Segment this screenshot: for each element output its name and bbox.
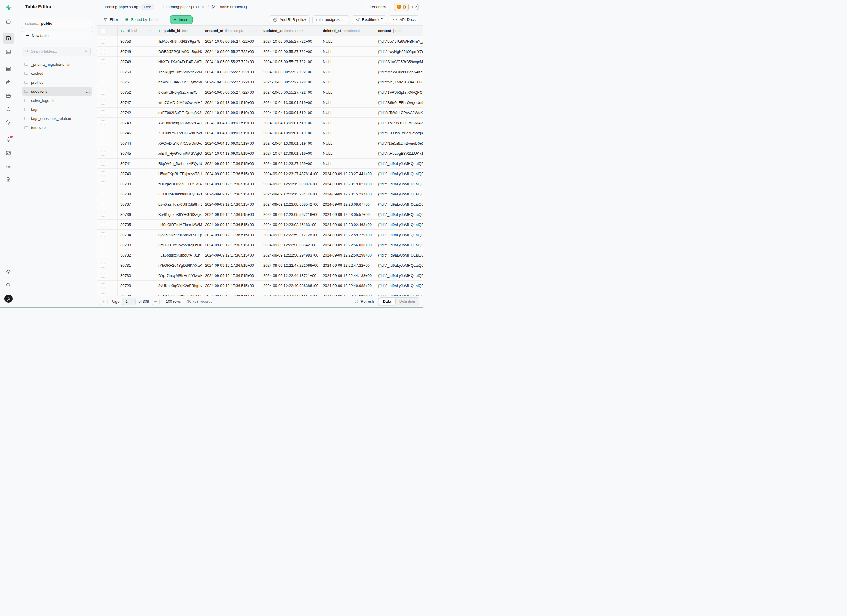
cell-content[interactable]: {"id":"fvrQ1bXoJ6XaAD08G bbox=[375, 77, 424, 87]
cell-created-at[interactable]: 2024-09-09 12:17:36.515+00 bbox=[202, 271, 260, 280]
cell-updated-at[interactable]: 2024-09-09 12:23:15.234146+00 bbox=[260, 189, 320, 199]
page-size-button[interactable]: 100 rows bbox=[162, 298, 184, 305]
row-checkbox[interactable] bbox=[100, 243, 105, 247]
cell-public-id[interactable]: H5uqFKpRUTPkjxdysT3HS bbox=[155, 169, 202, 178]
chevron-down-icon[interactable] bbox=[148, 29, 152, 33]
cell-deleted-at[interactable]: NULL bbox=[320, 57, 375, 66]
sidebar-table-item[interactable]: template bbox=[22, 123, 92, 132]
column-header[interactable]: created_at timestamptz bbox=[202, 26, 260, 36]
cell-public-id[interactable]: DYp-7mcyMSIrHefLYIwwH bbox=[155, 271, 202, 280]
row-checkbox[interactable] bbox=[100, 232, 105, 237]
cell-updated-at[interactable]: 2024-10-04 13:09:01.519+00 bbox=[260, 128, 320, 138]
cell-id[interactable]: 30734 bbox=[118, 230, 155, 240]
cell-deleted-at[interactable]: 2024-09-09 12:22:59.279+00 bbox=[320, 230, 375, 240]
cell-id[interactable]: 30738 bbox=[118, 189, 155, 199]
cell-id[interactable]: 30731 bbox=[118, 260, 155, 270]
cell-updated-at[interactable]: 2024-09-09 12:23:02.46183+00 bbox=[260, 220, 320, 230]
cell-content[interactable]: {"id":"_Id9aLyJpMHQLaiQ0 bbox=[375, 199, 424, 209]
cell-public-id[interactable]: 0L5BAfDaLDl5rQOiqeKPO bbox=[155, 291, 202, 296]
cell-public-id[interactable]: RiqOV6p_5wihLeIAEQyhU bbox=[155, 159, 202, 168]
row-checkbox[interactable] bbox=[100, 110, 105, 115]
cell-created-at[interactable]: 2024-10-05 00:55:27.722+00 bbox=[202, 47, 260, 56]
cell-updated-at[interactable]: 2024-10-05 00:55:27.722+00 bbox=[260, 77, 320, 87]
cell-id[interactable]: 30745 bbox=[118, 148, 155, 158]
sidebar-table-item[interactable]: _prisma_migrations bbox=[22, 60, 92, 69]
cell-created-at[interactable]: 2024-09-09 12:17:36.515+00 bbox=[202, 281, 260, 290]
cell-deleted-at[interactable]: NULL bbox=[320, 138, 375, 148]
row-checkbox[interactable] bbox=[100, 283, 105, 288]
cell-created-at[interactable]: 2024-09-09 12:17:36.515+00 bbox=[202, 189, 260, 199]
cell-public-id[interactable]: zHDq4c0F0VBF_TL2_dBZ1 bbox=[155, 179, 202, 189]
auth-icon[interactable] bbox=[3, 77, 14, 88]
cell-content[interactable]: {"id":"_Id9aLyJpMHQLaiQ0 bbox=[375, 250, 424, 260]
realtime-icon[interactable] bbox=[3, 117, 14, 128]
cell-updated-at[interactable]: 2024-10-04 13:09:01.519+00 bbox=[260, 138, 320, 148]
cell-deleted-at[interactable]: NULL bbox=[320, 118, 375, 128]
cell-content[interactable]: {"id":"_Id9aLyJpMHQLaiQ0 bbox=[375, 189, 424, 199]
column-header[interactable]: updated_at timestamptz bbox=[260, 26, 320, 36]
tab-data[interactable]: Data bbox=[379, 298, 395, 305]
cell-id[interactable]: 30728 bbox=[118, 291, 155, 296]
cell-public-id[interactable]: nbMhHL3AP7OcCJymc2wT2 bbox=[155, 77, 202, 87]
cell-updated-at[interactable]: 2024-09-09 12:22:47.221066+00 bbox=[260, 260, 320, 270]
cell-public-id[interactable]: 8KraI-tSI-6-pSZcknaK5 bbox=[155, 87, 202, 97]
cell-id[interactable]: 30737 bbox=[118, 199, 155, 209]
cell-created-at[interactable]: 2024-09-09 12:17:36.515+00 bbox=[202, 169, 260, 178]
row-checkbox[interactable] bbox=[100, 59, 105, 64]
row-checkbox[interactable] bbox=[100, 212, 105, 217]
row-checkbox[interactable] bbox=[100, 151, 105, 156]
cell-deleted-at[interactable]: NULL bbox=[320, 47, 375, 56]
cell-content[interactable]: {"id":"_Id9aLyJpMHQLaiQ0 bbox=[375, 281, 424, 290]
cell-public-id[interactable]: rYbORF2e4YgDt9fKAXaKn bbox=[155, 260, 202, 270]
cell-id[interactable]: 30742 bbox=[118, 108, 155, 118]
breadcrumb-project[interactable]: farming-paper-prod bbox=[167, 4, 199, 9]
cell-deleted-at[interactable]: 2024-09-09 12:23:08.67+00 bbox=[320, 199, 375, 209]
column-header[interactable]: id int8 bbox=[118, 26, 155, 36]
cell-created-at[interactable]: 2024-10-04 13:09:01.519+00 bbox=[202, 97, 260, 107]
cell-updated-at[interactable]: 2024-10-04 13:09:01.519+00 bbox=[260, 108, 320, 118]
cell-content[interactable]: {"id":"_Id9aLyJpMHQLaiQ0 bbox=[375, 271, 424, 280]
cell-content[interactable]: {"id":"_Id9aLyJpMHQLaiQ0 bbox=[375, 179, 424, 189]
chevron-down-icon[interactable] bbox=[368, 29, 372, 33]
cell-public-id[interactable]: nj336mN5reuRVNZrKHFpF bbox=[155, 230, 202, 240]
search-icon[interactable] bbox=[3, 280, 14, 290]
prev-page-button[interactable] bbox=[100, 298, 108, 305]
row-checkbox[interactable] bbox=[100, 181, 105, 186]
cell-created-at[interactable]: 2024-09-09 12:17:36.515+00 bbox=[202, 179, 260, 189]
sidebar-table-item[interactable]: tags_questions_relation bbox=[22, 114, 92, 123]
storage-icon[interactable] bbox=[3, 90, 14, 101]
cell-updated-at[interactable]: 2024-09-09 12:23:08.668542+00 bbox=[260, 199, 320, 209]
cell-created-at[interactable]: 2024-10-04 13:09:01.519+00 bbox=[202, 128, 260, 138]
cell-id[interactable]: 30736 bbox=[118, 209, 155, 219]
row-checkbox[interactable] bbox=[100, 222, 105, 227]
search-tables-input[interactable] bbox=[31, 49, 82, 53]
cell-deleted-at[interactable]: 2024-09-09 12:23:19.021+00 bbox=[320, 179, 375, 189]
cell-id[interactable]: 30748 bbox=[118, 57, 155, 66]
cell-public-id[interactable]: YwEmuWdqT38XoSB048QYp bbox=[155, 118, 202, 128]
cell-public-id[interactable]: IEfA0sRh9hIXf62Y6ga75 bbox=[155, 36, 202, 46]
refresh-button[interactable]: Refresh bbox=[354, 299, 374, 304]
cell-content[interactable]: {"id":"4wyNgK55IOfrpmYZo bbox=[375, 47, 424, 56]
chevrons-down-icon[interactable] bbox=[84, 49, 88, 53]
cell-public-id[interactable]: 3muDHTceTWso9IZj8hHNI bbox=[155, 240, 202, 250]
row-checkbox[interactable] bbox=[100, 141, 105, 146]
cell-created-at[interactable]: 2024-10-05 00:55:27.722+00 bbox=[202, 87, 260, 97]
cell-public-id[interactable]: Be4KignzoK9YRGNI3Zgks bbox=[155, 209, 202, 219]
cell-id[interactable]: 30732 bbox=[118, 250, 155, 260]
cell-public-id[interactable]: bzwXazHgax6UIR58j6Fn3 bbox=[155, 199, 202, 209]
cell-updated-at[interactable]: 2024-09-09 12:22:59.277128+00 bbox=[260, 230, 320, 240]
warning-notification-button[interactable] bbox=[394, 3, 409, 11]
chevron-down-icon[interactable] bbox=[195, 29, 199, 33]
cell-public-id[interactable]: NhXEo1Xw04FnB4RzWTNjb bbox=[155, 57, 202, 66]
schema-select[interactable]: schema:public bbox=[22, 19, 92, 28]
cell-public-id[interactable]: XPQwDIqY6Y75SwDnU-qr_ bbox=[155, 138, 202, 148]
cell-deleted-at[interactable]: 2024-09-09 12:23:05.57+00 bbox=[320, 209, 375, 219]
cell-updated-at[interactable]: 2024-10-04 13:09:01.519+00 bbox=[260, 148, 320, 158]
add-rls-policy-button[interactable]: Add RLS policy bbox=[269, 15, 310, 24]
cell-public-id[interactable]: _La6pddxcKJIbgufATJ1n bbox=[155, 250, 202, 260]
cell-created-at[interactable]: 2024-09-09 12:17:36.515+00 bbox=[202, 250, 260, 260]
cell-id[interactable]: 30735 bbox=[118, 220, 155, 230]
cell-deleted-at[interactable]: 2024-09-09 12:22:37.958+00 bbox=[320, 291, 375, 296]
cell-content[interactable]: {"id":"rtHbLpgB8V11LUK7152 bbox=[375, 148, 424, 158]
cell-deleted-at[interactable]: 2024-09-09 12:22:56.033+00 bbox=[320, 240, 375, 250]
